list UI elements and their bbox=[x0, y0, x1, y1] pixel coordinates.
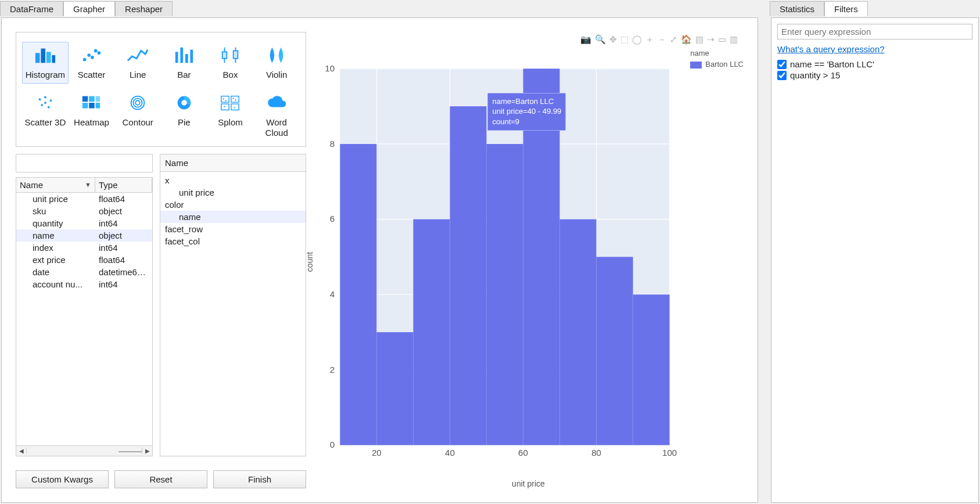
splom-icon bbox=[219, 93, 241, 114]
chart-type-contour[interactable]: Contour bbox=[114, 89, 161, 142]
svg-text:0: 0 bbox=[330, 440, 335, 449]
tab-reshaper[interactable]: Reshaper bbox=[115, 1, 173, 16]
chart-type-heatmap[interactable]: Heatmap bbox=[69, 89, 115, 142]
column-row[interactable]: ext pricefloat64 bbox=[16, 254, 152, 266]
zoom-in-icon[interactable]: ＋ bbox=[645, 34, 654, 45]
spike-icon[interactable]: ▤ bbox=[695, 34, 703, 45]
chart-type-scatter3d[interactable]: Scatter 3D bbox=[22, 89, 69, 142]
finish-button[interactable]: Finish bbox=[213, 470, 306, 488]
assignment-facet_row[interactable]: facet_row bbox=[160, 223, 306, 235]
scatter-icon bbox=[80, 46, 102, 66]
column-row[interactable]: indexint64 bbox=[16, 242, 152, 254]
filter-checkbox[interactable] bbox=[777, 71, 787, 80]
filter-item[interactable]: quantity > 15 bbox=[777, 70, 972, 81]
svg-point-8 bbox=[98, 51, 101, 55]
filter-checkbox[interactable] bbox=[777, 60, 787, 69]
horizontal-scrollbar[interactable]: ◀ ▶ bbox=[16, 445, 152, 456]
sort-desc-icon: ▼ bbox=[85, 181, 91, 188]
scatter3d-icon bbox=[34, 93, 56, 114]
svg-point-38 bbox=[223, 98, 224, 99]
assignment-x[interactable]: x bbox=[160, 174, 306, 186]
pan-icon[interactable]: ✥ bbox=[609, 34, 617, 45]
column-row[interactable]: skuobject bbox=[16, 205, 152, 217]
query-help-link[interactable]: What's a query expression? bbox=[777, 44, 885, 54]
svg-point-41 bbox=[235, 99, 236, 100]
svg-rect-28 bbox=[96, 103, 100, 109]
scroll-left-icon[interactable]: ◀ bbox=[16, 448, 27, 454]
tab-statistics[interactable]: Statistics bbox=[770, 1, 824, 16]
bar-icon bbox=[173, 46, 195, 66]
tab-grapher[interactable]: Grapher bbox=[63, 1, 115, 16]
column-row[interactable]: quantityint64 bbox=[16, 217, 152, 229]
assignment-value[interactable]: unit price bbox=[160, 186, 306, 199]
main-area: DataFrameGrapherReshaper HistogramScatte… bbox=[0, 0, 759, 504]
svg-rect-10 bbox=[180, 48, 183, 63]
bar-bin-3[interactable] bbox=[450, 106, 486, 445]
svg-point-33 bbox=[181, 100, 187, 106]
custom-kwargs-button[interactable]: Custom Kwargs bbox=[16, 470, 109, 488]
column-row[interactable]: account nu...int64 bbox=[16, 278, 152, 290]
bar-bin-1[interactable] bbox=[376, 332, 413, 445]
chart-type-splom[interactable]: Splom bbox=[207, 89, 254, 142]
svg-text:4: 4 bbox=[330, 289, 335, 299]
lasso-icon[interactable]: ◯ bbox=[632, 34, 642, 45]
svg-text:10: 10 bbox=[325, 63, 335, 73]
bar-bin-7[interactable] bbox=[597, 257, 633, 445]
assignments-panel: Name xunit pricecolornamefacet_rowfacet_… bbox=[160, 154, 306, 456]
chart-type-wordcloud[interactable]: Word Cloud bbox=[253, 89, 300, 142]
chart-type-violin[interactable]: Violin bbox=[253, 42, 300, 84]
bar-bin-2[interactable] bbox=[413, 219, 450, 445]
assignment-value[interactable]: name bbox=[160, 211, 306, 223]
assignment-color[interactable]: color bbox=[160, 199, 306, 211]
column-row[interactable]: datedatetime64[n bbox=[16, 266, 152, 278]
col-header-type[interactable]: Type bbox=[95, 178, 152, 192]
zoom-icon[interactable]: 🔍 bbox=[595, 34, 606, 45]
camera-icon[interactable]: 📷 bbox=[580, 34, 591, 45]
svg-point-18 bbox=[44, 96, 46, 99]
bar-bin-8[interactable] bbox=[633, 294, 670, 445]
reset-button[interactable]: Reset bbox=[114, 470, 207, 488]
chart-type-line[interactable]: Line bbox=[114, 42, 161, 84]
svg-rect-26 bbox=[89, 103, 95, 109]
plotly-modebar: 📷🔍✥⬚◯＋－⤢🏠▤⇢▭▥ bbox=[575, 32, 744, 48]
logo-icon[interactable]: ▥ bbox=[730, 34, 738, 45]
svg-rect-23 bbox=[82, 96, 88, 102]
x-axis-title: unit price bbox=[313, 479, 744, 488]
tab-dataframe[interactable]: DataFrame bbox=[0, 1, 63, 16]
ruler-icon[interactable]: ⇢ bbox=[707, 34, 715, 45]
column-filter-input[interactable] bbox=[16, 154, 153, 172]
column-row[interactable]: nameobject bbox=[16, 229, 152, 242]
svg-text:20: 20 bbox=[372, 448, 382, 458]
assignment-facet_col[interactable]: facet_col bbox=[160, 235, 306, 247]
chart-type-scatter[interactable]: Scatter bbox=[69, 42, 115, 84]
scroll-right-icon[interactable]: ▶ bbox=[142, 448, 152, 454]
main-tabbar: DataFrameGrapherReshaper bbox=[0, 0, 759, 16]
bar-bin-4[interactable] bbox=[486, 144, 523, 445]
select-icon[interactable]: ⬚ bbox=[620, 34, 629, 45]
chart-type-bar[interactable]: Bar bbox=[161, 42, 207, 84]
bar-bin-6[interactable] bbox=[560, 219, 597, 445]
svg-rect-37 bbox=[231, 104, 239, 110]
col-header-name[interactable]: Name ▼ bbox=[16, 178, 95, 192]
svg-text:100: 100 bbox=[662, 448, 677, 458]
svg-point-20 bbox=[41, 104, 43, 106]
config-panels: Name ▼ Type unit pricefloat64skuobjectqu… bbox=[16, 154, 306, 456]
reset-icon[interactable]: 🏠 bbox=[681, 34, 692, 45]
svg-rect-34 bbox=[221, 96, 229, 102]
autoscale-icon[interactable]: ⤢ bbox=[670, 34, 677, 45]
bar-bin-0[interactable] bbox=[340, 144, 376, 445]
column-row[interactable]: unit pricefloat64 bbox=[16, 193, 152, 205]
tab-filters[interactable]: Filters bbox=[824, 1, 868, 16]
columns-table: Name ▼ Type unit pricefloat64skuobjectqu… bbox=[16, 177, 153, 456]
zoom-out-icon[interactable]: － bbox=[658, 34, 666, 45]
query-input[interactable] bbox=[777, 24, 972, 39]
filter-label: quantity > 15 bbox=[790, 70, 840, 80]
legend-item[interactable]: Barton LLC bbox=[690, 60, 744, 69]
toggle-icon[interactable]: ▭ bbox=[718, 34, 726, 45]
chart-type-box[interactable]: Box bbox=[207, 42, 254, 84]
filter-item[interactable]: name == 'Barton LLC' bbox=[777, 59, 972, 70]
line-icon bbox=[127, 46, 149, 66]
svg-point-19 bbox=[49, 100, 52, 102]
chart-type-histogram[interactable]: Histogram bbox=[22, 42, 69, 84]
chart-type-pie[interactable]: Pie bbox=[161, 89, 207, 142]
